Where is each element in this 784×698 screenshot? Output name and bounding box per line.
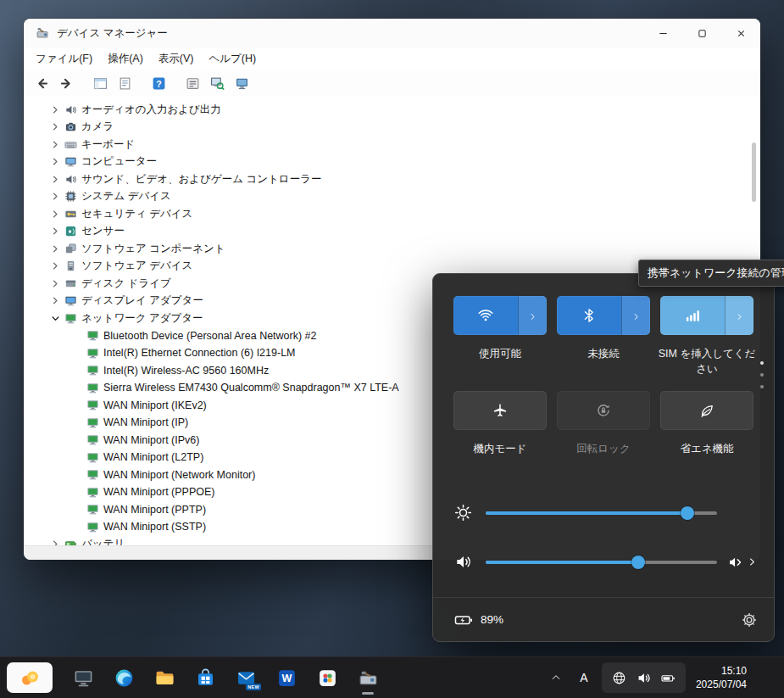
tree-item-label: ソフトウェア デバイス bbox=[81, 259, 192, 273]
brightness-slider[interactable] bbox=[486, 511, 717, 515]
brightness-sun-icon bbox=[453, 503, 473, 522]
tree-item-label: コンピューター bbox=[81, 154, 157, 169]
chevron-right-icon[interactable] bbox=[49, 208, 62, 221]
taskbar-app-pc[interactable] bbox=[63, 659, 103, 696]
tree-item-label: WAN Miniport (PPPOE) bbox=[103, 486, 215, 498]
chevron-right-icon[interactable] bbox=[49, 277, 62, 290]
minimize-button[interactable] bbox=[643, 19, 682, 47]
qs-button-energy-saver[interactable] bbox=[660, 391, 753, 430]
chevron-down-icon[interactable] bbox=[49, 312, 62, 325]
taskbar-app-outlook[interactable]: NEW bbox=[225, 659, 266, 696]
tray-overflow-button[interactable] bbox=[544, 664, 568, 691]
chevron-right-icon[interactable] bbox=[49, 190, 62, 203]
taskbar-app-file-explorer[interactable] bbox=[144, 659, 185, 696]
tree-item[interactable]: セキュリティ デバイス bbox=[24, 205, 760, 223]
tree-item-label: ソフトウェア コンポーネント bbox=[81, 242, 225, 256]
tree-item-label: セキュリティ デバイス bbox=[81, 207, 192, 221]
taskbar-app-device-manager[interactable] bbox=[348, 659, 388, 696]
tree-item[interactable]: キーボード bbox=[24, 136, 760, 154]
clock-date: 2025/07/04 bbox=[696, 678, 747, 691]
menu-help[interactable]: ヘルプ(H) bbox=[201, 49, 264, 69]
bluetooth-icon[interactable] bbox=[557, 296, 621, 335]
cellular-icon[interactable] bbox=[660, 296, 725, 335]
system-icon bbox=[64, 190, 77, 203]
network-icon bbox=[86, 347, 99, 360]
network-icon bbox=[86, 521, 99, 533]
menu-file[interactable]: ファイル(F) bbox=[28, 49, 100, 69]
taskbar-app-word[interactable]: W bbox=[266, 659, 307, 696]
chevron-right-icon[interactable] bbox=[49, 120, 62, 133]
maximize-button[interactable] bbox=[682, 19, 721, 47]
menu-action[interactable]: 操作(A) bbox=[100, 49, 151, 69]
network-icon bbox=[86, 329, 99, 342]
volume-slider[interactable] bbox=[486, 561, 717, 564]
qs-toggle-label: SIM を挿入してください bbox=[657, 346, 757, 377]
export-list-button[interactable] bbox=[114, 73, 136, 93]
chevron-right-icon[interactable] bbox=[49, 173, 62, 186]
volume-thumb[interactable] bbox=[631, 556, 645, 569]
cellular-tooltip: 携帯ネットワーク接続の管理 bbox=[638, 260, 784, 287]
taskbar-apps: NEWW bbox=[63, 657, 388, 698]
volume-fill bbox=[486, 561, 638, 564]
update-driver-button[interactable] bbox=[231, 73, 253, 93]
clock[interactable]: 15:10 2025/07/04 bbox=[696, 664, 747, 691]
wifi-icon[interactable] bbox=[453, 296, 518, 335]
qs-page-dots[interactable] bbox=[760, 361, 764, 388]
title-bar[interactable]: デバイス マネージャー bbox=[24, 19, 760, 47]
taskbar-app-edge[interactable] bbox=[103, 659, 144, 696]
forward-button[interactable] bbox=[55, 73, 77, 93]
qs-toggle-cellular[interactable] bbox=[660, 296, 753, 335]
qs-button-airplane[interactable] bbox=[453, 391, 547, 430]
qs-button-label: 省エネ機能 bbox=[657, 441, 757, 456]
close-icon bbox=[737, 29, 746, 38]
tree-item[interactable]: コンピューター bbox=[24, 154, 760, 171]
tree-item[interactable]: センサー bbox=[24, 223, 760, 241]
chevron-right-icon[interactable] bbox=[49, 155, 62, 168]
chevron-right-icon[interactable] bbox=[49, 260, 62, 272]
chevron-right-icon[interactable] bbox=[49, 225, 62, 237]
tree-item[interactable]: システム デバイス bbox=[24, 188, 760, 206]
ime-indicator[interactable]: A bbox=[573, 664, 595, 691]
menu-view[interactable]: 表示(V) bbox=[151, 49, 202, 69]
chevron-right-icon[interactable] bbox=[49, 103, 62, 116]
brightness-row bbox=[433, 503, 774, 523]
brightness-thumb[interactable] bbox=[681, 506, 694, 520]
airplane-icon bbox=[492, 402, 509, 419]
tree-item[interactable]: オーディオの入力および出力 bbox=[24, 101, 760, 119]
chevron-right-icon[interactable] bbox=[518, 296, 547, 335]
tree-item[interactable]: サウンド、ビデオ、およびゲーム コントローラー bbox=[24, 170, 760, 188]
new-badge: NEW bbox=[246, 684, 261, 690]
audio-output-chevron-icon[interactable] bbox=[747, 556, 758, 567]
help-button[interactable]: ? bbox=[147, 73, 170, 93]
taskbar-app-photos[interactable] bbox=[307, 659, 348, 696]
properties-button[interactable] bbox=[181, 73, 203, 93]
taskbar-app-store[interactable] bbox=[185, 659, 225, 696]
scan-hardware-changes-button[interactable] bbox=[206, 73, 228, 93]
chevron-right-icon[interactable] bbox=[725, 296, 753, 335]
chevron-right-icon[interactable] bbox=[621, 296, 650, 335]
tree-scrollbar[interactable] bbox=[752, 142, 756, 202]
help-icon: ? bbox=[152, 76, 166, 91]
close-button[interactable] bbox=[721, 19, 760, 47]
tree-item[interactable]: ソフトウェア コンポーネント bbox=[24, 240, 760, 258]
tree-item-label: WAN Miniport (SSTP) bbox=[103, 521, 206, 533]
battery-icon[interactable] bbox=[453, 610, 474, 630]
chevron-right-icon[interactable] bbox=[49, 294, 62, 307]
chevron-right-icon[interactable] bbox=[49, 138, 62, 151]
qs-toggle-bluetooth[interactable] bbox=[557, 296, 650, 335]
back-button[interactable] bbox=[31, 73, 53, 93]
tree-item-label: WAN Miniport (L2TP) bbox=[103, 451, 203, 463]
quick-settings-panel: 使用可能未接続SIM を挿入してください機内モード回転ロック省エネ機能 89% bbox=[432, 273, 775, 642]
chevron-right-icon[interactable] bbox=[49, 243, 62, 255]
qs-toggle-wifi[interactable] bbox=[453, 296, 547, 335]
show-console-tree-button[interactable] bbox=[89, 73, 111, 93]
widgets-button[interactable] bbox=[7, 662, 53, 693]
audio-output-icon[interactable] bbox=[726, 553, 745, 572]
edge-icon bbox=[114, 667, 135, 689]
settings-gear-icon[interactable] bbox=[740, 611, 759, 629]
tree-item-label: センサー bbox=[81, 224, 125, 238]
network-icon bbox=[86, 451, 99, 464]
tray-status-area[interactable] bbox=[602, 662, 686, 693]
energy-saver-icon bbox=[698, 402, 715, 419]
tree-item[interactable]: カメラ bbox=[24, 119, 760, 137]
